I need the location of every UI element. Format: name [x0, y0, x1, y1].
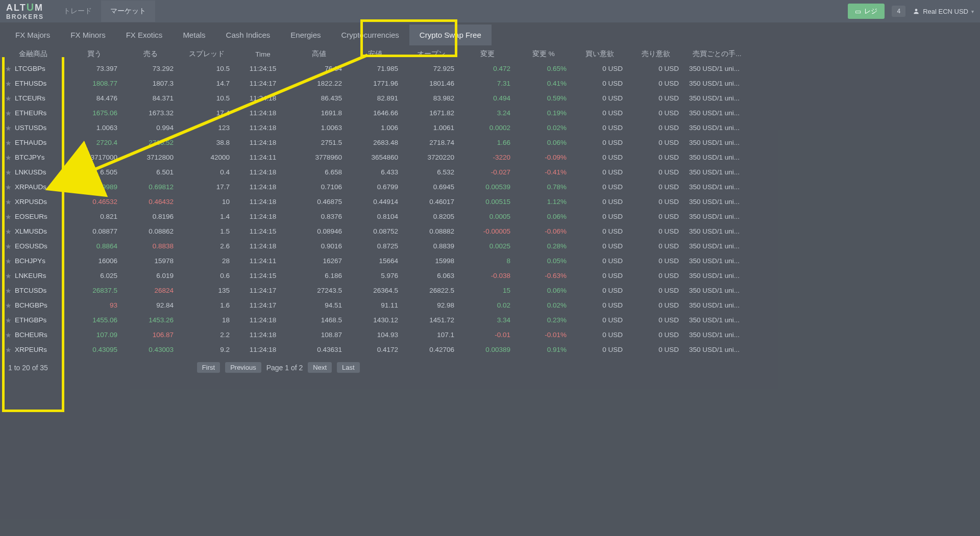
- col-buy[interactable]: 買う: [66, 49, 122, 59]
- table-row[interactable]: ★USTUSDs1.00630.99412311:24:181.00631.00…: [0, 120, 980, 135]
- high-cell: 2751.5: [291, 139, 347, 146]
- high-cell: 3778960: [291, 154, 347, 161]
- star-icon[interactable]: ★: [5, 183, 12, 191]
- star-icon[interactable]: ★: [5, 346, 12, 354]
- table-row[interactable]: ★XRPEURs0.430950.430039.211:24:180.43631…: [0, 342, 980, 357]
- col-change-pct[interactable]: 変更 %: [516, 49, 572, 59]
- star-icon[interactable]: ★: [5, 257, 12, 265]
- star-icon[interactable]: ★: [5, 301, 12, 310]
- next-button[interactable]: Next: [308, 362, 332, 373]
- spread-cell: 0.6: [179, 272, 235, 279]
- tab-trade[interactable]: トレード: [54, 1, 101, 22]
- col-open[interactable]: オープン: [403, 49, 459, 59]
- table-row[interactable]: ★BCHGBPs9392.841.611:24:1794.5191.1192.9…: [0, 298, 980, 313]
- change-cell: 7.31: [459, 80, 516, 87]
- cat-cryptocurrencies[interactable]: Cryptocurrencies: [331, 24, 409, 45]
- star-icon[interactable]: ★: [5, 198, 12, 206]
- star-icon[interactable]: ★: [5, 94, 12, 103]
- cat-cash-indices[interactable]: Cash Indices: [216, 24, 281, 45]
- time-cell: 11:24:18: [235, 198, 291, 206]
- col-symbol[interactable]: 金融商品: [0, 49, 66, 59]
- star-icon[interactable]: ★: [5, 213, 12, 221]
- table-row[interactable]: ★ETHEURs1675.061673.3217.411:24:181691.8…: [0, 106, 980, 120]
- col-sell[interactable]: 売る: [122, 49, 179, 59]
- open-cell: 1671.82: [403, 109, 459, 117]
- low-cell: 0.8104: [347, 213, 403, 220]
- commission-cell: 350 USD/1 uni...: [684, 227, 750, 235]
- table-row[interactable]: ★BCHJPYs16006159782811:24:11162671566415…: [0, 253, 980, 268]
- symbol-cell: ★LTCEURs: [0, 94, 66, 103]
- sell-cell: 0.43003: [122, 346, 179, 353]
- star-icon[interactable]: ★: [5, 80, 12, 88]
- table-row[interactable]: ★ETHGBPs1455.061453.261811:24:181468.514…: [0, 313, 980, 327]
- table-row[interactable]: ★XRPUSDs0.465320.464321011:24:180.468750…: [0, 194, 980, 209]
- cat-fx-majors[interactable]: FX Majors: [5, 24, 60, 45]
- star-icon[interactable]: ★: [5, 227, 12, 236]
- table-row[interactable]: ★EOSEURs0.8210.81961.411:24:180.83760.81…: [0, 209, 980, 224]
- star-icon[interactable]: ★: [5, 272, 12, 280]
- table-row[interactable]: ★ETHAUDs2720.42716.5238.811:24:182751.52…: [0, 135, 980, 150]
- commission-cell: 350 USD/1 uni...: [684, 316, 750, 324]
- previous-button[interactable]: Previous: [225, 362, 261, 373]
- col-low[interactable]: 安値: [347, 49, 403, 59]
- star-icon[interactable]: ★: [5, 316, 12, 324]
- time-cell: 11:24:18: [235, 346, 291, 353]
- star-icon[interactable]: ★: [5, 331, 12, 339]
- sell-cell: 0.8196: [122, 213, 179, 220]
- star-icon[interactable]: ★: [5, 154, 12, 162]
- star-icon[interactable]: ★: [5, 65, 12, 73]
- table-body: ★LTCGBPs73.39773.29210.511:24:1576.0471.…: [0, 61, 980, 357]
- col-spread[interactable]: スプレッド: [179, 49, 235, 59]
- table-row[interactable]: ★LTCGBPs73.39773.29210.511:24:1576.0471.…: [0, 61, 980, 76]
- cat-crypto-swap-free[interactable]: Crypto Swap Free: [409, 24, 492, 45]
- open-cell: 0.42706: [403, 346, 459, 353]
- table-row[interactable]: ★BTCJPYs371700037128004200011:24:1137789…: [0, 150, 980, 165]
- spread-cell: 123: [179, 124, 235, 132]
- short-swap-cell: 0 USD: [628, 154, 684, 161]
- last-button[interactable]: Last: [337, 362, 360, 373]
- star-icon[interactable]: ★: [5, 287, 12, 295]
- short-swap-cell: 0 USD: [628, 65, 684, 72]
- tab-market[interactable]: マーケット: [101, 1, 155, 22]
- col-change[interactable]: 変更: [459, 49, 516, 59]
- table-row[interactable]: ★ETHUSDs1808.771807.314.711:24:171822.22…: [0, 76, 980, 91]
- table-header: 金融商品 買う 売る スプレッド Time 高値 安値 オープン 変更 変更 %…: [0, 47, 980, 61]
- cat-metals[interactable]: Metals: [173, 24, 215, 45]
- change-pct-cell: 0.41%: [516, 80, 572, 87]
- symbol-cell: ★LTCGBPs: [0, 65, 66, 73]
- deposit-button[interactable]: ▭ レジ: [848, 4, 885, 19]
- commission-cell: 350 USD/1 uni...: [684, 301, 750, 309]
- table-row[interactable]: ★EOSUSDs0.88640.88382.611:24:180.90160.8…: [0, 239, 980, 253]
- buy-cell: 0.69989: [66, 183, 122, 191]
- symbol-name: ETHAUDs: [15, 139, 46, 146]
- star-icon[interactable]: ★: [5, 168, 12, 176]
- col-high[interactable]: 高値: [291, 49, 347, 59]
- time-cell: 11:24:11: [235, 154, 291, 161]
- buy-cell: 2720.4: [66, 139, 122, 146]
- notification-badge[interactable]: 4: [892, 6, 905, 17]
- col-time[interactable]: Time: [235, 50, 291, 58]
- table-row[interactable]: ★LNKUSDs6.5056.5010.411:24:186.6586.4336…: [0, 165, 980, 180]
- table-row[interactable]: ★LTCEURs84.47684.37110.511:24:1886.43582…: [0, 91, 980, 106]
- table-row[interactable]: ★BCHEURs107.09106.872.211:24:18108.87104…: [0, 327, 980, 342]
- star-icon[interactable]: ★: [5, 139, 12, 147]
- account-selector[interactable]: Real ECN USD ▾: [913, 8, 974, 15]
- change-pct-cell: -0.01%: [516, 331, 572, 339]
- col-commission[interactable]: 売買ごとの手...: [684, 49, 750, 59]
- cat-fx-minors[interactable]: FX Minors: [60, 24, 115, 45]
- first-button[interactable]: First: [197, 362, 220, 373]
- col-short-swap[interactable]: 売り意欲: [628, 49, 684, 59]
- table-row[interactable]: ★BTCUSDs26837.52682413511:24:1727243.526…: [0, 283, 980, 298]
- cat-energies[interactable]: Energies: [280, 24, 331, 45]
- star-icon[interactable]: ★: [5, 242, 12, 250]
- col-long-swap[interactable]: 買い意欲: [572, 49, 628, 59]
- table-row[interactable]: ★XLMUSDs0.088770.088621.511:24:150.08946…: [0, 224, 980, 239]
- star-icon[interactable]: ★: [5, 109, 12, 117]
- table-row[interactable]: ★LNKEURs6.0256.0190.611:24:156.1865.9766…: [0, 268, 980, 283]
- cat-fx-exotics[interactable]: FX Exotics: [116, 24, 173, 45]
- star-icon[interactable]: ★: [5, 124, 12, 132]
- high-cell: 0.46875: [291, 198, 347, 206]
- change-cell: 8: [459, 257, 516, 265]
- time-cell: 11:24:18: [235, 124, 291, 132]
- table-row[interactable]: ★XRPAUDs0.699890.6981217.711:24:180.7106…: [0, 180, 980, 194]
